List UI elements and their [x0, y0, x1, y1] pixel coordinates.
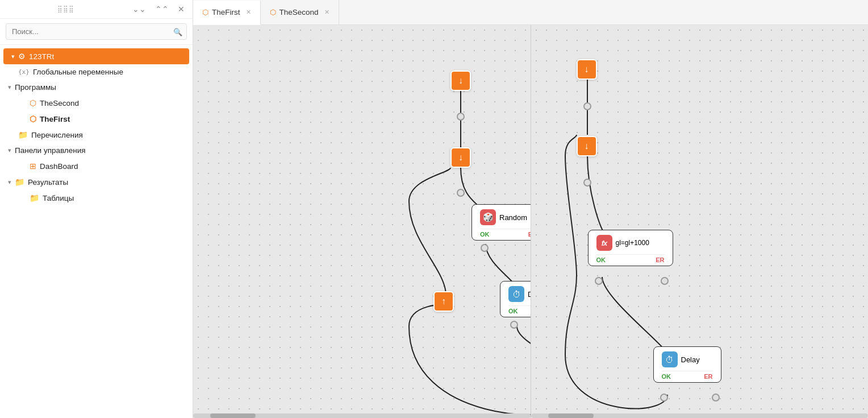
connector-small-2-2: [583, 179, 591, 187]
delay-node-header: ⏱ Delay: [508, 286, 531, 302]
tab-label: TheFirst: [212, 8, 240, 16]
ok-label: OK: [596, 256, 606, 263]
connector-node-top-2: ↓: [577, 59, 597, 80]
random-node-label: Random: [499, 213, 527, 222]
sidebar-item-enumerations[interactable]: 📁 Перечисления: [0, 127, 193, 143]
formula-node-label: gl=gl+1000: [616, 239, 649, 247]
ok-label: OK: [480, 231, 490, 238]
sidebar-item-programs[interactable]: ▾ Программы: [0, 80, 193, 95]
sidebar-item-label: TheFirst: [40, 115, 70, 123]
search-input[interactable]: [6, 23, 187, 40]
tabs-bar: ⬡ TheFirst ✕ ⬡ TheSecond ✕: [193, 0, 868, 25]
random-node[interactable]: 🎲 Random OK ER: [471, 204, 531, 241]
ok-label: OK: [508, 308, 518, 314]
sidebar-item-tables[interactable]: 📁 Таблицы: [0, 190, 193, 206]
er-label: ER: [656, 256, 664, 263]
connector-small-3: [481, 244, 489, 252]
connector-node-up: ↑: [433, 291, 454, 312]
delay-node[interactable]: ⏱ Delay OK ER: [500, 281, 531, 317]
program-icon: ⬡: [30, 98, 36, 107]
tab-close-thefirst[interactable]: ✕: [246, 9, 251, 16]
sidebar-item-global-vars[interactable]: {x} Глобальные переменные: [0, 64, 193, 80]
sidebar-item-results[interactable]: ▾ 📁 Результаты: [0, 174, 193, 190]
tab-label: TheSecond: [279, 8, 319, 16]
sidebar-header: ⣿⣿⣿ ⌄⌄ ⌃⌃ ✕: [0, 0, 193, 19]
tab-thefirst[interactable]: ⬡ TheFirst ✕: [193, 1, 261, 25]
delay-node-2-label: Delay: [681, 355, 700, 364]
sidebar-item-thefirst[interactable]: ⬡ TheFirst: [0, 111, 193, 127]
vars-icon: {x}: [18, 68, 30, 76]
delay-node-2[interactable]: ⏱ Delay OK ER: [653, 346, 721, 383]
dashboard-icon: ⊞: [30, 162, 36, 171]
canvas-thefirst[interactable]: ↓ ↓ 🎲 Random OK ER ↑: [193, 25, 531, 418]
connector-small-2: [457, 189, 465, 197]
tab-icon: ⬡: [202, 8, 208, 16]
connector-small-4: [510, 321, 518, 329]
canvas-scrollbar-thefirst[interactable]: [193, 413, 531, 418]
ok-label: OK: [662, 373, 671, 380]
random-node-header: 🎲 Random: [480, 209, 531, 225]
sidebar-item-label: Панели управления: [15, 146, 86, 155]
canvas-scrollbar-thesecond[interactable]: [531, 413, 869, 418]
canvases-container: ↓ ↓ 🎲 Random OK ER ↑: [193, 25, 868, 418]
gear-icon: ⚙: [18, 52, 26, 61]
program-icon: ⬡: [30, 114, 36, 123]
main-area: ⬡ TheFirst ✕ ⬡ TheSecond ✕: [193, 0, 868, 418]
delay-node-footer: OK ER: [508, 305, 531, 314]
connector-small-2-1: [583, 102, 591, 110]
canvas-thesecond[interactable]: ↓ ↓ fx gl=gl+1000 OK ER ⏱: [531, 25, 869, 418]
scrollbar-thumb-2[interactable]: [548, 413, 594, 418]
chevron-icon: ▾: [8, 179, 11, 186]
folder-icon: 📁: [15, 177, 24, 187]
formula-node[interactable]: fx gl=gl+1000 OK ER: [588, 230, 673, 266]
collapse-down-button[interactable]: ⌄⌄: [130, 3, 148, 15]
tab-icon: ⬡: [270, 8, 276, 16]
delay-icon-2: ⏱: [662, 351, 678, 367]
sidebar-search-container: 🔍: [0, 19, 193, 45]
connector-small-2-4: [660, 394, 668, 402]
random-node-footer: OK ER: [480, 229, 531, 238]
connector-node-mid-2: ↓: [577, 136, 597, 156]
tab-close-thesecond[interactable]: ✕: [324, 9, 329, 16]
delay-icon: ⏱: [508, 286, 524, 302]
connector-small-1: [457, 113, 465, 121]
formula-icon: fx: [596, 235, 612, 251]
tab-thesecond[interactable]: ⬡ TheSecond ✕: [261, 0, 339, 24]
sidebar-item-label: Результаты: [28, 178, 68, 187]
connector-node-mid: ↓: [450, 147, 471, 168]
folder-icon: 📁: [30, 193, 39, 202]
close-button[interactable]: ✕: [176, 3, 187, 15]
chevron-icon: ▾: [11, 53, 15, 60]
sidebar-dots: ⣿⣿⣿: [6, 5, 126, 13]
delay-node-2-header: ⏱ Delay: [662, 351, 713, 367]
sidebar: ⣿⣿⣿ ⌄⌄ ⌃⌃ ✕ 🔍 ▾ ⚙ 123TRt {x} Глобальные …: [0, 0, 193, 418]
sidebar-item-label: Программы: [15, 83, 56, 92]
sidebar-item-label: Глобальные переменные: [33, 68, 123, 76]
connector-node-top: ↓: [450, 71, 471, 91]
er-label: ER: [704, 373, 712, 380]
connector-small-er-2-4: [712, 394, 720, 402]
sidebar-item-label: Таблицы: [43, 194, 74, 202]
connector-small-er-2-3: [661, 277, 669, 285]
chevron-icon: ▾: [8, 84, 11, 91]
chevron-icon: ▾: [8, 147, 11, 154]
sidebar-item-root[interactable]: ▾ ⚙ 123TRt: [3, 48, 189, 64]
formula-node-header: fx gl=gl+1000: [596, 235, 665, 251]
folder-icon: 📁: [18, 130, 28, 139]
sidebar-item-panels[interactable]: ▾ Панели управления: [0, 143, 193, 158]
delay-node-2-footer: OK ER: [662, 371, 713, 380]
scrollbar-thumb[interactable]: [210, 413, 256, 418]
sidebar-item-thesecond[interactable]: ⬡ TheSecond: [0, 95, 193, 111]
sidebar-tree: ▾ ⚙ 123TRt {x} Глобальные переменные ▾ П…: [0, 45, 193, 418]
sidebar-item-label: DashBoard: [40, 162, 78, 171]
collapse-up-button[interactable]: ⌃⌃: [153, 3, 171, 15]
sidebar-item-dashboard[interactable]: ⊞ DashBoard: [0, 158, 193, 174]
formula-node-footer: OK ER: [596, 254, 665, 263]
sidebar-item-label: 123TRt: [29, 52, 54, 61]
random-icon: 🎲: [480, 209, 496, 225]
sidebar-item-label: TheSecond: [40, 99, 79, 107]
connector-small-2-3: [595, 277, 603, 285]
sidebar-item-label: Перечисления: [31, 131, 83, 139]
